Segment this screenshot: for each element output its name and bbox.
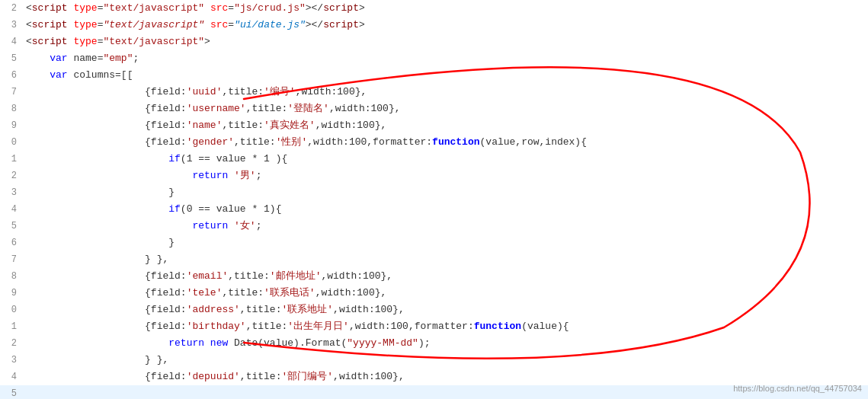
line-content: {field:'email',title:'邮件地址',width:100}, — [23, 268, 868, 285]
code-line: 8 {field:'email',title:'邮件地址',width:100}… — [0, 268, 868, 285]
code-token: script — [323, 19, 359, 30]
line-number: 5 — [0, 50, 23, 67]
code-token: > — [359, 19, 365, 30]
code-token: type — [73, 36, 97, 47]
line-content: {field:'name',title:'真实姓名',width:100}, — [23, 117, 868, 134]
line-content: <script type="text/javascript"> — [23, 34, 868, 50]
line-number: 1 — [0, 151, 23, 168]
code-token: new — [210, 337, 228, 349]
code-token: return — [168, 337, 204, 349]
code-line: 3 } — [0, 184, 868, 201]
code-token: ,width:100}, — [333, 304, 405, 315]
code-token: ,title: — [234, 136, 276, 148]
line-number: 9 — [0, 117, 23, 134]
line-content: {field:'address',title:'联系地址',width:100}… — [23, 302, 868, 318]
code-token: '女' — [234, 220, 256, 231]
code-token: '出生年月日' — [287, 321, 349, 332]
line-content: return '男'; — [23, 168, 868, 184]
code-token: = — [228, 19, 234, 30]
code-token — [204, 337, 210, 349]
code-token — [204, 2, 210, 14]
code-token: '性别' — [276, 136, 308, 148]
code-token: '真实姓名' — [264, 120, 315, 131]
code-token: 'depuuid' — [187, 371, 240, 382]
code-token — [26, 153, 168, 164]
code-token: if — [168, 203, 181, 215]
code-token: script — [323, 2, 359, 14]
code-lines: 2<script type="text/javascript" src="js/… — [0, 0, 868, 399]
line-number: 4 — [0, 201, 23, 218]
line-number: 3 — [0, 17, 23, 34]
code-token: return — [192, 170, 228, 181]
line-content: } — [23, 235, 868, 251]
code-token: src — [210, 19, 228, 30]
code-line: 2<script type="text/javascript" src="js/… — [0, 0, 868, 17]
line-number: 1 — [0, 318, 23, 335]
code-token: {field: — [26, 103, 187, 114]
code-line: 4 if(0 == value * 1){ — [0, 201, 868, 218]
line-number: 2 — [0, 335, 23, 352]
line-number: 3 — [0, 184, 23, 201]
code-line: 5 var name="emp"; — [0, 50, 868, 67]
code-token: (1 == value * 1 ){ — [181, 153, 287, 164]
code-token: {field: — [26, 120, 187, 131]
line-number: 8 — [0, 101, 23, 117]
code-token: ,title: — [246, 103, 288, 114]
code-token: {field: — [26, 304, 187, 315]
line-number: 3 — [0, 352, 23, 369]
code-line: 7 } }, — [0, 251, 868, 268]
code-token: "ui/date.js" — [234, 19, 306, 30]
code-token: columns=[[ — [68, 69, 133, 81]
line-number: 4 — [0, 369, 23, 385]
code-token: ,width:100}, — [321, 270, 392, 282]
code-line: 2 return new Date(value).Format("yyyy-MM… — [0, 335, 868, 352]
code-line: 3<script type="text/javascript" src="ui/… — [0, 17, 868, 34]
code-token — [26, 337, 168, 349]
code-token — [228, 170, 234, 181]
code-token: ,width:100}, — [333, 371, 405, 382]
code-token: < — [26, 2, 32, 14]
line-number: 8 — [0, 268, 23, 285]
code-token: ,title: — [240, 371, 282, 382]
code-token: } — [26, 237, 175, 248]
code-token: "emp" — [103, 53, 133, 64]
line-content: return '女'; — [23, 218, 868, 235]
code-token: '男' — [234, 170, 256, 181]
code-token: {field: — [26, 287, 187, 298]
code-token: "text/javascript" — [103, 19, 204, 30]
code-token — [228, 220, 234, 231]
code-line: 0 {field:'gender',title:'性别',width:100,f… — [0, 134, 868, 151]
code-token: 'name' — [187, 120, 223, 131]
code-token — [204, 19, 210, 30]
line-content: } }, — [23, 251, 868, 268]
code-token: '登陆名' — [287, 103, 329, 114]
code-token: '联系电话' — [264, 287, 315, 298]
line-content: {field:'uuid',title:'编号',width:100}, — [23, 84, 868, 101]
code-line: 4<script type="text/javascript"> — [0, 34, 868, 50]
code-token: ); — [418, 337, 431, 349]
line-content: if(1 == value * 1 ){ — [23, 151, 868, 168]
code-line: 7 {field:'uuid',title:'编号',width:100}, — [0, 84, 868, 101]
line-content: <script type="text/javascript" src="js/c… — [23, 0, 868, 17]
code-token: } — [26, 187, 175, 198]
code-token: ,title: — [228, 270, 270, 282]
code-token: {field: — [26, 86, 187, 97]
code-line: 0 {field:'address',title:'联系地址',width:10… — [0, 302, 868, 318]
code-line: 9 {field:'name',title:'真实姓名',width:100}, — [0, 117, 868, 134]
code-token: ,width:100,formatter: — [349, 321, 474, 332]
code-token: ,title: — [246, 321, 288, 332]
code-token — [26, 53, 50, 64]
line-content: {field:'tele',title:'联系电话',width:100}, — [23, 285, 868, 302]
code-token: 'tele' — [187, 287, 223, 298]
code-token: function — [432, 136, 479, 148]
code-token: script — [32, 2, 68, 14]
code-line: 1 {field:'birthday',title:'出生年月日',width:… — [0, 318, 868, 335]
code-token: "yyyy-MM-dd" — [347, 337, 418, 349]
code-token: > — [204, 36, 210, 47]
code-token: return — [192, 220, 228, 231]
code-token: if — [168, 153, 181, 164]
line-content: } }, — [23, 352, 868, 369]
code-token: ,width:100}, — [296, 86, 367, 97]
code-token: var — [50, 53, 67, 64]
line-number: 6 — [0, 67, 23, 84]
